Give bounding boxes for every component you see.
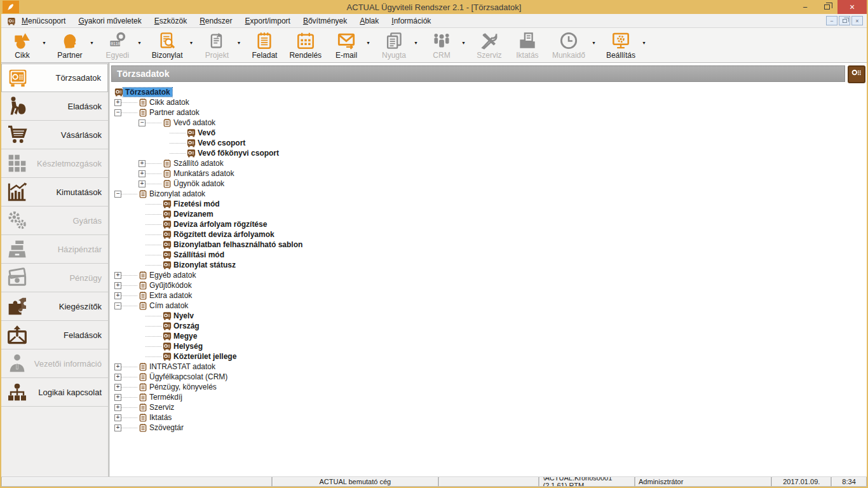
tree-item-nyelv[interactable]: Nyelv (110, 311, 867, 321)
toolbar-group: Feladat (247, 29, 281, 62)
sidebar-item-v-s-rl-sok[interactable]: Vásárlások (1, 121, 108, 149)
notepad-icon (138, 189, 147, 199)
dropdown-arrow-icon[interactable]: ▼ (87, 41, 97, 45)
expand-icon[interactable]: + (114, 374, 121, 381)
tree-item-vev-adatok[interactable]: −Vevő adatok (110, 118, 867, 128)
sidebar-item-logikai-kapcsolat[interactable]: Logikai kapcsolat (1, 378, 108, 407)
expand-icon[interactable]: + (114, 292, 121, 299)
toolbar-button-rendel-s[interactable]: Rendelés (285, 29, 325, 62)
sidebar-item-kimutat-sok[interactable]: Kimutatások (1, 178, 108, 207)
safe-icon (162, 230, 172, 240)
tree-item-iktat-s[interactable]: +Iktatás (110, 412, 867, 423)
safe-icon (162, 352, 172, 362)
expand-icon[interactable]: + (139, 180, 146, 187)
main-toolbar: Cikk▼Partner▼0110Egyedi▼Bizonylat▼Projek… (1, 28, 867, 63)
menu-item-b-v-tm-nyek[interactable]: Bővítmények (303, 17, 347, 25)
sidebar-item-elad-sok[interactable]: Eladások (1, 92, 108, 121)
menu-item-eszk-z-k[interactable]: Eszközök (154, 17, 187, 25)
sidebar-item-label: Pénzügy (28, 273, 102, 283)
tree-item-cikk-adatok[interactable]: +Cikk adatok (110, 97, 867, 107)
tree-item-egy-b-adatok[interactable]: +Egyéb adatok (110, 270, 867, 280)
menu-item-men-csoport[interactable]: Menücsoport (22, 17, 65, 25)
toolbar-button-label: Egyedi (106, 51, 130, 60)
tree-item-helys-g[interactable]: Helység (110, 341, 867, 351)
expand-icon[interactable]: + (114, 363, 121, 370)
mdi-close-button[interactable]: × (851, 16, 863, 25)
tree-item-vev-[interactable]: Vevő (110, 128, 867, 138)
collapse-icon[interactable]: − (114, 109, 121, 116)
tree-item-bizonylat-st-tusz[interactable]: Bizonylat státusz (110, 260, 867, 270)
tree-item-sz-ll-t-si-m-d[interactable]: Szállítási mód (110, 250, 867, 260)
toolbar-button-partner[interactable]: Partner (53, 29, 87, 62)
dropdown-arrow-icon[interactable]: ▼ (363, 41, 373, 45)
toolbar-group: Cikk▼ (5, 29, 49, 62)
toolbar-button-bizonylat[interactable]: Bizonylat (148, 29, 187, 62)
mdi-restore-button[interactable] (839, 16, 850, 25)
tree-item-term-kd-j[interactable]: +Termékdíj (110, 392, 867, 402)
menu-item-inform-ci-k[interactable]: Információk (391, 17, 431, 25)
menu-item-export-import[interactable]: Export/import (245, 17, 290, 25)
collapse-icon[interactable]: − (114, 302, 121, 309)
dropdown-arrow-icon[interactable]: ▼ (187, 41, 196, 45)
collapse-icon[interactable]: − (114, 191, 121, 198)
tree-item-vev-csoport[interactable]: Vevő csoport (110, 138, 867, 148)
tree-item-orsz-g[interactable]: Ország (110, 321, 867, 331)
tree-item-fizet-si-m-d[interactable]: Fizetési mód (110, 199, 867, 209)
tree-item-szerviz[interactable]: +Szerviz (110, 402, 867, 412)
expand-icon[interactable]: + (139, 170, 146, 177)
tree-item-t-rzsadatok[interactable]: Törzsadatok (110, 87, 867, 97)
tree-item-p-nz-gy-k-nyvel-s[interactable]: +Pénzügy, könyvelés (110, 382, 867, 392)
tree-connector-line (146, 163, 161, 164)
tree-item-r-gz-tett-deviza-rfolyamok[interactable]: Rögzített deviza árfolyamok (110, 229, 867, 240)
tree-item-megye[interactable]: Megye (110, 331, 867, 341)
tree-item-gy-jt-k-dok[interactable]: +Gyűjtőkódok (110, 280, 867, 290)
toolbar-button-be-ll-t-s[interactable]: Beállítás (602, 29, 639, 62)
tree-item-sz-vegt-r[interactable]: +Szövegtár (110, 423, 867, 433)
header-safe-button[interactable] (848, 65, 865, 83)
expand-icon[interactable]: + (114, 282, 121, 289)
tree-item-sz-ll-t-adatok[interactable]: +Szállító adatok (110, 158, 867, 168)
toolbar-button-feladat[interactable]: Feladat (247, 29, 281, 62)
tree-item-deviza-rfolyam-r-gz-t-se[interactable]: Deviza árfolyam rögzítése (110, 219, 867, 229)
tree-item-bizonylat-adatok[interactable]: −Bizonylat adatok (110, 189, 867, 199)
tree-item-partner-adatok[interactable]: −Partner adatok (110, 107, 867, 118)
menu-item-gyakori-m-veletek[interactable]: Gyakori műveletek (78, 17, 141, 25)
tree-item-c-m-adatok[interactable]: −Cím adatok (110, 301, 867, 311)
expand-icon[interactable]: + (139, 160, 146, 167)
tree-item-bizonylatban-felhaszn-lhat-sablon[interactable]: Bizonylatban felhasználható sablon (110, 240, 867, 250)
close-button[interactable]: × (837, 0, 867, 14)
notepad-icon (138, 393, 147, 402)
sidebar-item-t-rzsadatok[interactable]: Törzsadatok (1, 64, 108, 92)
mdi-minimize-button[interactable]: − (826, 16, 837, 25)
expand-icon[interactable]: + (114, 404, 121, 411)
sidebar-item-label: Készletmozgások (28, 159, 102, 168)
tree-item-k-zter-let-jellege[interactable]: Közterület jellege (110, 351, 867, 362)
dropdown-arrow-icon[interactable]: ▼ (639, 41, 649, 45)
expand-icon[interactable]: + (114, 384, 121, 391)
tree-item-vev-f-k-nyvi-csoport[interactable]: Vevő főkönyvi csoport (110, 148, 867, 158)
tree-item-intrastat-adatok[interactable]: +INTRASTAT adatok (110, 362, 867, 372)
expand-icon[interactable]: + (114, 99, 121, 106)
tree-item--gyf-lkapcsolat-crm-[interactable]: +Ügyfélkapcsolat (CRM) (110, 372, 867, 382)
restore-button[interactable] (816, 0, 837, 14)
toolbar-button-e-mail[interactable]: E-mail (329, 29, 363, 62)
tree-item-munkat-rs-adatok[interactable]: +Munkatárs adatok (110, 168, 867, 179)
collapse-icon[interactable]: − (139, 119, 146, 126)
minimize-button[interactable]: − (794, 0, 816, 14)
tree-connector-line (146, 356, 161, 357)
expand-icon[interactable]: + (114, 272, 121, 279)
expand-icon[interactable]: + (114, 414, 121, 421)
menu-item-rendszer[interactable]: Rendszer (200, 17, 232, 25)
menu-item-ablak[interactable]: Ablak (360, 17, 379, 25)
toolbar-button-cikk[interactable]: Cikk (5, 29, 39, 62)
expand-icon[interactable]: + (114, 424, 121, 431)
tree-item-label: Nyelv (172, 311, 196, 320)
person-head-icon (60, 31, 79, 50)
sidebar-item-kieg-sz-t-k[interactable]: Kiegészítők (1, 292, 108, 321)
expand-icon[interactable]: + (114, 394, 121, 401)
tree-item-devizanem[interactable]: Devizanem (110, 209, 867, 219)
dropdown-arrow-icon[interactable]: ▼ (39, 41, 49, 45)
tree-item-extra-adatok[interactable]: +Extra adatok (110, 290, 867, 301)
sidebar-item-felad-sok[interactable]: Feladások (1, 321, 108, 349)
tree-item--gyn-k-adatok[interactable]: +Ügynök adatok (110, 179, 867, 189)
